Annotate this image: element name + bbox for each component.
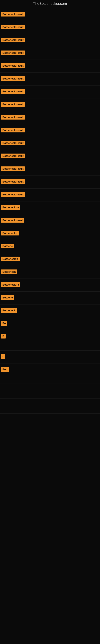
bottleneck-result-badge[interactable]: Bottleneck resul [1,218,24,222]
list-item: Bottleneck re [0,202,100,214]
list-item: Bottleneck result [0,188,100,202]
bottleneck-result-badge[interactable]: Bottleneck result [1,154,25,158]
list-item: Bottleneck result [0,163,100,176]
list-item: i [0,350,100,364]
list-item: Bottlene [0,292,100,304]
list-item: Bo [0,317,100,330]
bottleneck-result-badge[interactable]: Bottleneck result [1,25,25,30]
bottleneck-result-badge[interactable]: Bottleneck result [1,141,25,145]
bottleneck-result-badge[interactable]: Bottleneck result [1,102,25,107]
bottleneck-result-badge[interactable]: Bottleneck re [1,282,20,287]
list-item [0,391,100,399]
list-item: Bottleneck result [0,47,100,60]
list-item: Bottleneck resul [0,214,100,227]
list-item: Bottleneck result [0,73,100,86]
bottleneck-result-badge[interactable]: Bottleneck [1,270,17,274]
bottleneck-result-badge[interactable]: Bottlene [1,295,14,300]
list-item: Bott [0,364,100,376]
bottleneck-result-badge[interactable]: Bottleneck result [1,179,25,184]
bottleneck-result-badge[interactable]: Bottleneck n [1,256,20,261]
bottleneck-result-badge[interactable]: Bottleneck result [1,192,25,197]
list-item [0,384,100,391]
list-item: Bottleneck [0,266,100,279]
bottleneck-result-badge[interactable]: Bottleneck r [1,231,19,236]
bottleneck-result-badge[interactable]: Bottleneck [1,308,17,313]
list-item [0,343,100,350]
bottleneck-result-badge[interactable]: Bottleneck result [1,128,25,132]
list-item: Bottleneck result [0,98,100,111]
list-item [0,399,100,406]
site-title: TheBottlenecker.com [0,0,100,8]
bottleneck-result-badge[interactable]: Bottleneck result [1,64,25,68]
list-item: Bottleneck result [0,8,100,21]
list-item: Bottleneck result [0,21,100,34]
list-item [0,406,100,414]
list-item: Bottleneck result [0,111,100,124]
bottleneck-result-badge[interactable]: i [1,354,5,359]
list-item: Bottleneck result [0,176,100,188]
list-item: Bottleneck r [0,227,100,240]
bottleneck-result-badge[interactable]: Bottleneck re [1,205,20,210]
list-item [0,376,100,384]
list-item: Bottleneck result [0,34,100,47]
list-item: Bottleneck result [0,86,100,98]
bottleneck-result-badge[interactable]: Bo [1,321,7,326]
bottleneck-result-badge[interactable]: B [1,334,6,338]
list-item: Bottlene [0,240,100,253]
bottleneck-result-badge[interactable]: Bottlene [1,244,14,248]
list-item: Bottleneck n [0,253,100,266]
bottleneck-result-badge[interactable]: Bottleneck result [1,115,25,120]
bottleneck-result-badge[interactable]: Bottleneck result [1,89,25,94]
bottleneck-result-badge[interactable]: Bottleneck result [1,166,25,171]
list-item: Bottleneck re [0,279,100,292]
bottleneck-result-badge[interactable]: Bott [1,367,9,372]
list-item: Bottleneck result [0,150,100,163]
list-item: Bottleneck [0,304,100,317]
bottleneck-result-badge[interactable]: Bottleneck result [1,38,25,42]
bottleneck-result-badge[interactable]: Bottleneck result [1,12,25,16]
list-item: Bottleneck result [0,137,100,150]
bottleneck-result-badge[interactable]: Bottleneck result [1,50,25,55]
list-item: Bottleneck result [0,60,100,73]
bottleneck-result-badge[interactable]: Bottleneck result [1,76,25,81]
list-item: Bottleneck result [0,124,100,137]
list-item: B [0,330,100,343]
